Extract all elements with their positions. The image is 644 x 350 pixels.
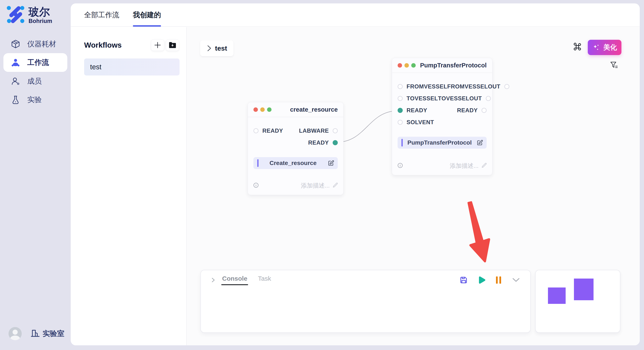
port-label: FROMVESSELOUT: [447, 83, 500, 90]
console-tabbar: ConsoleTask: [222, 275, 271, 285]
building-icon: [31, 329, 40, 339]
port-label: READY: [308, 140, 329, 146]
play-icon: [478, 276, 486, 284]
save-button[interactable]: [459, 276, 468, 284]
port-left-SOLVENT[interactable]: [398, 120, 403, 125]
description-placeholder: 添加描述...: [301, 181, 330, 190]
run-button[interactable]: [478, 276, 486, 284]
sidebar-item-label: 实验: [27, 95, 42, 105]
pause-button[interactable]: [496, 276, 502, 284]
filter-button[interactable]: [610, 61, 619, 70]
port-label: READY: [262, 128, 283, 134]
sidebar-item-工作流[interactable]: 工作流: [4, 53, 67, 72]
breadcrumb[interactable]: test: [200, 40, 234, 56]
main-card: 全部工作流我创建的 Workflows: [71, 3, 640, 345]
port-right-READY[interactable]: [482, 108, 486, 113]
port-left-READY[interactable]: [398, 108, 403, 113]
port-right-LABWARE[interactable]: [333, 128, 338, 133]
port-label: TOVESSEL: [406, 95, 438, 102]
folder-download-icon: [169, 42, 176, 48]
sparkles-icon: [592, 43, 601, 52]
pause-icon: [496, 276, 502, 284]
node-ports: FROMVESSELFROMVESSELOUTTOVESSELTOVESSELO…: [392, 73, 492, 128]
sidebar: 玻尔 Bohrium 仪器耗材 工作流 成员 实验: [0, 0, 71, 350]
minimap[interactable]: [535, 270, 620, 333]
node-header[interactable]: PumpTransferProtocol: [392, 58, 492, 73]
node-function-pill[interactable]: PumpTransferProtocol: [398, 137, 486, 149]
console-panel: ConsoleTask: [200, 270, 531, 333]
lab-label: 实验室: [42, 329, 64, 339]
connection-edge: [336, 111, 398, 142]
pencil-icon: [332, 182, 338, 189]
sidebar-item-实验[interactable]: 实验: [0, 90, 71, 109]
port-right-FROMVESSELOUT[interactable]: [504, 84, 510, 89]
tab-我创建的[interactable]: 我创建的: [133, 3, 161, 26]
workflow-list-item[interactable]: test: [84, 58, 180, 75]
traffic-light-red-icon: [254, 107, 258, 112]
red-annotation-arrow: [460, 200, 494, 264]
workflow-tabbar: 全部工作流我创建的: [71, 3, 640, 27]
add-description[interactable]: 添加描述...: [450, 162, 487, 170]
experiment-icon: [11, 95, 20, 105]
sidebar-item-label: 工作流: [27, 58, 49, 67]
avatar[interactable]: [8, 327, 22, 340]
chevron-down-icon: [511, 277, 521, 283]
add-description[interactable]: 添加描述...: [301, 181, 338, 190]
traffic-light-red-icon: [398, 63, 402, 68]
edit-icon[interactable]: [476, 139, 483, 146]
brand-logo[interactable]: 玻尔 Bohrium: [6, 5, 52, 25]
collapse-console-button[interactable]: [511, 277, 521, 283]
traffic-light-yellow-icon: [260, 107, 265, 112]
port-left-TOVESSEL[interactable]: [398, 96, 403, 101]
pill-label: Create_resource: [258, 160, 328, 167]
console-tab-Console[interactable]: Console: [222, 275, 247, 285]
bohrium-logo-icon: [6, 5, 25, 25]
port-left-READY[interactable]: [254, 128, 258, 133]
beautify-button[interactable]: 美化: [588, 40, 622, 55]
node-function-pill[interactable]: Create_resource: [254, 157, 338, 169]
beautify-label: 美化: [603, 43, 617, 52]
minimap-node-block: [574, 279, 594, 300]
save-icon: [459, 276, 468, 284]
port-left-FROMVESSEL[interactable]: [398, 84, 403, 89]
node-header[interactable]: create_resource: [248, 102, 343, 117]
command-icon: [572, 42, 582, 52]
edit-icon[interactable]: [328, 160, 334, 167]
info-icon[interactable]: [253, 182, 259, 189]
port-label: TOVESSELOUT: [438, 95, 482, 102]
lab-switcher[interactable]: 实验室: [31, 329, 64, 339]
workflows-title: Workflows: [84, 41, 122, 49]
brand-name-en: Bohrium: [28, 18, 52, 24]
filter-icon: [610, 61, 618, 70]
pencil-icon: [481, 163, 487, 169]
breadcrumb-label: test: [215, 44, 227, 52]
tab-全部工作流[interactable]: 全部工作流: [84, 3, 119, 26]
workflow-person-icon: [11, 58, 20, 67]
import-workflow-button[interactable]: [166, 39, 179, 51]
description-placeholder: 添加描述...: [450, 162, 478, 170]
flow-canvas[interactable]: test 美化: [187, 27, 640, 345]
traffic-light-green-icon: [411, 63, 416, 68]
port-right-TOVESSELOUT[interactable]: [486, 96, 491, 101]
console-tab-Task[interactable]: Task: [258, 275, 271, 285]
node-title: PumpTransferProtocol: [420, 62, 486, 69]
sidebar-item-仪器耗材[interactable]: 仪器耗材: [0, 35, 71, 53]
workflows-panel: Workflows test: [71, 27, 187, 345]
port-label: READY: [457, 107, 478, 114]
members-icon: [11, 76, 20, 86]
workflow-node-pump-transfer-protocol[interactable]: PumpTransferProtocol FROMVESSELFROMVESSE…: [392, 58, 492, 175]
traffic-light-yellow-icon: [404, 63, 409, 68]
add-workflow-button[interactable]: [151, 39, 164, 51]
workflow-node-create-resource[interactable]: create_resource READYLABWAREREADY Create…: [248, 102, 344, 195]
sidebar-item-成员[interactable]: 成员: [0, 72, 71, 90]
panel-collapse-icon[interactable]: [210, 277, 216, 283]
command-button[interactable]: [572, 41, 583, 52]
traffic-light-green-icon: [267, 107, 272, 112]
port-right-READY[interactable]: [333, 140, 338, 145]
brand-name-cn: 玻尔: [28, 6, 52, 18]
info-icon[interactable]: [397, 163, 403, 169]
sidebar-nav: 仪器耗材 工作流 成员 实验: [0, 35, 71, 109]
port-label: READY: [406, 107, 427, 114]
plus-icon: [154, 41, 161, 49]
port-label: FROMVESSEL: [406, 83, 447, 90]
